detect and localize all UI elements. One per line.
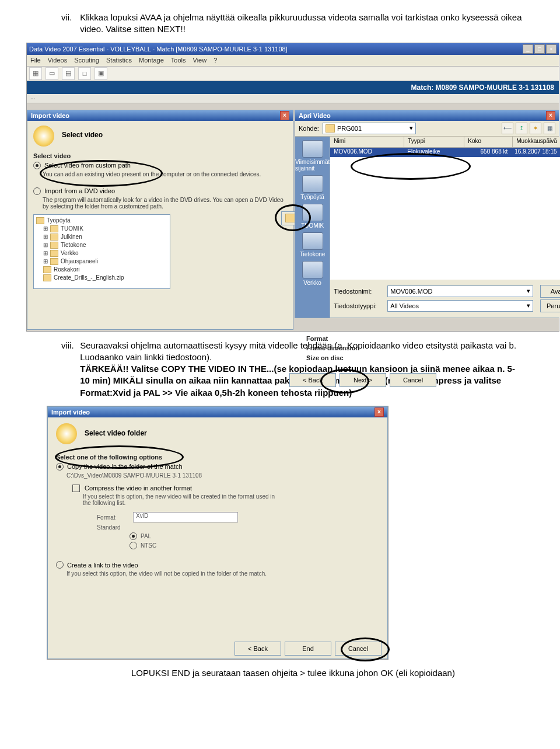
wizard-icon [56,423,77,444]
footer-text: LOPUKSI END ja seurataan taasen ohjeita … [61,668,525,678]
radio-pal[interactable] [130,532,137,540]
hint-text: If you select this option, the video wil… [66,570,379,577]
li-number: viii. [61,340,78,351]
format-label: Format [97,514,130,521]
back-button[interactable]: < Back [289,373,336,387]
place-desktop[interactable]: Työpöytä [300,175,324,200]
li-number: vii. [61,12,78,23]
li-text-a: Seuraavaksi ohjelma automaattisesti kysy… [80,340,516,362]
radio-label: Select video from custom path [44,162,131,169]
radio-custom-path[interactable] [33,162,41,169]
breadcrumb: ... [27,94,559,103]
menu-montage[interactable]: Montage [139,57,164,64]
cancel-button[interactable]: Cancel [390,373,436,387]
folder-tree[interactable]: Työpöytä ⊞TUOMIK ⊞Julkinen ⊞Tietokone ⊞V… [33,214,170,289]
close-icon[interactable]: × [280,111,289,120]
maximize-button[interactable]: □ [534,44,545,54]
close-icon[interactable]: × [374,407,384,417]
radio-dvd[interactable] [33,187,41,195]
match-label: Match: [411,83,434,92]
wizard-icon [33,126,54,147]
open-button[interactable]: Avaa [540,285,560,298]
app-titlebar: Data Video 2007 Essential - VOLLEYBALL -… [27,43,559,55]
section-subhead: Select video [33,152,287,159]
checkbox-label: Compress the video in another format [85,485,192,492]
filename-label: Tiedostonimi: [334,288,384,295]
filetype-combo[interactable]: All Videos▾ [387,300,533,312]
tool-icon[interactable]: □ [78,67,91,80]
views-icon[interactable]: ▦ [544,123,555,134]
li-text: Klikkaa lopuksi AVAA ja ohjelma näyttää … [80,12,523,36]
copy-path: C:\Dvs_Video\M0809 SAMPO-MUURLE 3-1 1311… [66,472,379,479]
menu-file[interactable]: File [30,57,41,64]
tool-icon[interactable]: ▤ [62,67,75,80]
file-row-selected[interactable]: MOV006.MOD Elokuvaleike 650 868 kt 16.9.… [330,148,560,157]
standard-label: Standard [97,524,130,531]
menubar: File Videos Scouting Statistics Montage … [27,55,559,67]
checkbox-hint: If you select this option, the new video… [83,493,275,506]
folder-icon [326,124,335,133]
screenshot-1: Data Video 2007 Essential - VOLLEYBALL -… [26,43,559,332]
radio-create-link[interactable] [56,561,64,569]
close-icon[interactable]: × [546,111,555,120]
radio-label: Create a link to the video [67,562,138,569]
panel-heading: Select video folder [85,429,147,437]
match-name: M0809 SAMPO-MUURLE 3-1 131108 [436,83,554,92]
toolbar: ▦ ▭ ▤ □ ▣ [27,67,559,81]
open-video-dialog: Apri Video × Kohde: PRG001 ▾ ⟵ ↥ ✶ ▦ [295,110,559,318]
tool-icon[interactable]: ▣ [94,67,107,80]
import-video-panel: Import video × Select video Select video… [27,110,293,330]
hint-text: The program will automatically look for … [43,197,287,210]
back-icon[interactable]: ⟵ [502,123,513,134]
menu-statistics[interactable]: Statistics [106,57,132,64]
cancel-button[interactable]: Cancel [335,642,382,656]
close-button[interactable]: × [546,44,556,54]
radio-label: Import from a DVD video [44,187,115,194]
filename-input[interactable]: MOV006.MOD▾ [387,285,533,297]
folder-name: PRG001 [337,125,362,132]
section-subhead: Select one of the following options [56,454,379,461]
compress-checkbox[interactable] [72,485,80,492]
radio-copy-video[interactable] [56,463,64,471]
app-title: Data Video 2007 Essential - VOLLEYBALL -… [29,46,288,53]
places-sidebar: Viimeisimmät sijainnit Työpöytä TUOMIK T… [295,137,330,318]
place-user[interactable]: TUOMIK [301,204,324,229]
panel-heading: Select video [62,131,103,139]
match-bar: Match: M0809 SAMPO-MUURLE 3-1 131108 [27,81,559,94]
back-button[interactable]: < Back [235,642,281,656]
end-button[interactable]: End [285,642,331,656]
screenshot-2: Import video × Select video folder Selec… [47,406,388,660]
menu-scouting[interactable]: Scouting [74,57,99,64]
radio-label: Copy the video in the folder of the matc… [67,463,183,470]
instruction-viii: viii. Seuraavaksi ohjelma automaattisest… [61,340,525,399]
kohde-label: Kohde: [299,125,319,132]
place-recent[interactable]: Viimeisimmät sijainnit [295,140,330,172]
menu-tools[interactable]: Tools [171,57,186,64]
menu-help[interactable]: ? [214,57,217,64]
file-columns: Nimi Tyyppi Koko Muokkauspäivä [330,137,560,148]
next-button[interactable]: Next > [340,373,386,387]
folder-icon [36,217,44,224]
minimize-button[interactable]: _ [523,44,533,54]
dialog-title: Apri Video [299,112,331,119]
video-info-labels: Format Frame dimension Size on disc [306,334,359,363]
format-combo[interactable]: XviD [133,512,238,522]
up-icon[interactable]: ↥ [516,123,527,134]
hint-text: You can add an existing video present on… [43,171,287,177]
tool-icon[interactable]: ▦ [29,67,42,80]
menu-view[interactable]: View [193,57,207,64]
folder-combo[interactable]: PRG001 ▾ [323,123,416,134]
radio-ntsc[interactable] [130,542,137,549]
new-folder-icon[interactable]: ✶ [530,123,541,134]
panel-title: Import video [31,112,69,119]
instruction-vii: vii. Klikkaa lopuksi AVAA ja ohjelma näy… [61,12,525,36]
place-computer[interactable]: Tietokone [300,232,326,257]
place-network[interactable]: Verkko [302,261,323,286]
menu-videos[interactable]: Videos [48,57,67,64]
cancel-button[interactable]: Peruuta [540,299,560,312]
tool-icon[interactable]: ▭ [46,67,58,80]
panel-title: Import video [51,409,90,416]
filetype-label: Tiedostotyyppi: [334,302,384,309]
